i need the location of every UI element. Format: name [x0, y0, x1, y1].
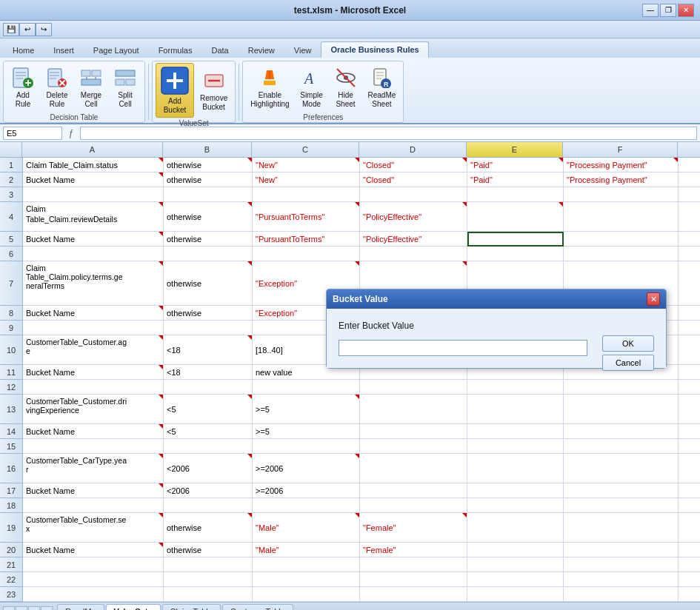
cell-16-f[interactable]	[564, 454, 679, 483]
cell-4-e[interactable]	[467, 202, 564, 232]
cell-7-a[interactable]: ClaimTable_Claim.policy.terms.generalTer…	[23, 261, 164, 306]
cell-21-d[interactable]	[360, 557, 467, 572]
cell-20-c[interactable]: "Male"	[253, 543, 360, 557]
cell-6-f[interactable]	[564, 247, 679, 261]
cell-16-b[interactable]: <2006	[164, 454, 253, 483]
tab-oracle-business-rules[interactable]: Oracle Business Rules	[321, 41, 428, 58]
cell-5-d[interactable]: "PolicyEffective"	[360, 232, 467, 247]
cell-13-a[interactable]: CustomerTable_Customer.drivingExperience	[23, 395, 164, 424]
cell-1-f[interactable]: "Processing Payment"	[564, 158, 679, 172]
cell-1-e[interactable]: "Paid"	[467, 158, 564, 172]
cell-22-f[interactable]	[564, 572, 679, 587]
cell-18-e[interactable]	[467, 498, 564, 513]
cell-14-d[interactable]	[360, 424, 467, 439]
cell-22-a[interactable]	[23, 572, 164, 587]
cell-20-d[interactable]: "Female"	[360, 543, 467, 557]
cell-13-d[interactable]	[360, 395, 467, 424]
cell-5-c[interactable]: "PursuantToTerms"	[253, 232, 360, 247]
cell-19-a[interactable]: CustomerTable_Customer.sex	[23, 513, 164, 543]
name-box[interactable]: E5	[3, 127, 62, 140]
row-header-5[interactable]: 5	[0, 232, 22, 247]
cell-21-b[interactable]	[164, 557, 253, 572]
row-header-8[interactable]: 8	[0, 306, 22, 321]
formula-input[interactable]	[80, 127, 697, 140]
col-header-f[interactable]: F	[563, 142, 678, 157]
cell-20-f[interactable]	[564, 543, 679, 557]
tab-nav-first[interactable]: ◀◀	[3, 606, 15, 610]
cell-20-a[interactable]: Bucket Name	[23, 543, 164, 557]
row-header-6[interactable]: 6	[0, 247, 22, 261]
simple-mode-button[interactable]: A SimpleMode	[296, 63, 328, 112]
row-header-2[interactable]: 2	[0, 172, 22, 187]
cell-11-a[interactable]: Bucket Name	[23, 365, 164, 380]
delete-rule-button[interactable]: DeleteRule	[41, 63, 73, 112]
col-header-e[interactable]: E	[467, 142, 563, 157]
cell-12-b[interactable]	[164, 380, 253, 395]
remove-bucket-button[interactable]: RemoveBucket	[196, 66, 232, 115]
cell-13-e[interactable]	[467, 395, 564, 424]
cell-4-a[interactable]: ClaimTable_Claim.reviewDetails	[23, 202, 164, 232]
cell-21-e[interactable]	[467, 557, 564, 572]
tab-home[interactable]: Home	[3, 42, 44, 58]
row-header-14[interactable]: 14	[0, 424, 22, 439]
cell-15-d[interactable]	[360, 439, 467, 454]
sheet-tab-readme[interactable]: ReadMe	[57, 604, 104, 610]
cell-17-c[interactable]: >=2006	[253, 483, 360, 498]
row-header-10[interactable]: 10	[0, 335, 22, 365]
save-quick-btn[interactable]: 💾	[3, 23, 19, 36]
cell-4-b[interactable]: otherwise	[164, 202, 253, 232]
cell-23-d[interactable]	[360, 587, 467, 602]
tab-insert[interactable]: Insert	[44, 42, 84, 58]
cell-8-b[interactable]: otherwise	[164, 306, 253, 321]
cell-18-b[interactable]	[164, 498, 253, 513]
cell-10-b[interactable]: <18	[164, 335, 253, 365]
cell-16-d[interactable]	[360, 454, 467, 483]
cell-17-e[interactable]	[467, 483, 564, 498]
cell-23-a[interactable]	[23, 587, 164, 602]
redo-quick-btn[interactable]: ↪	[36, 23, 52, 36]
tab-review[interactable]: Review	[239, 42, 284, 58]
row-header-4[interactable]: 4	[0, 202, 22, 232]
cell-13-b[interactable]: <5	[164, 395, 253, 424]
cell-2-d[interactable]: "Closed"	[360, 172, 467, 187]
cell-21-c[interactable]	[253, 557, 360, 572]
row-header-17[interactable]: 17	[0, 483, 22, 498]
bucket-value-input[interactable]	[339, 340, 587, 356]
tab-view[interactable]: View	[284, 42, 321, 58]
row-header-20[interactable]: 20	[0, 543, 22, 557]
cell-12-e[interactable]	[467, 380, 564, 395]
row-header-15[interactable]: 15	[0, 439, 22, 454]
row-header-16[interactable]: 16	[0, 454, 22, 483]
cell-5-e[interactable]	[467, 232, 564, 247]
cell-22-d[interactable]	[360, 572, 467, 587]
undo-quick-btn[interactable]: ↩	[19, 23, 36, 36]
cell-4-c[interactable]: "PursuantToTerms"	[253, 202, 360, 232]
cell-11-b[interactable]: <18	[164, 365, 253, 380]
col-header-c[interactable]: C	[252, 142, 359, 157]
cell-3-a[interactable]	[23, 187, 164, 202]
split-cell-button[interactable]: SplitCell	[109, 63, 141, 112]
hide-sheet-button[interactable]: HideSheet	[330, 63, 362, 112]
cell-23-e[interactable]	[467, 587, 564, 602]
cell-15-c[interactable]	[253, 439, 360, 454]
cell-20-e[interactable]	[467, 543, 564, 557]
cell-20-b[interactable]: otherwise	[164, 543, 253, 557]
cell-9-b[interactable]	[164, 321, 253, 335]
cell-17-d[interactable]	[360, 483, 467, 498]
cell-14-c[interactable]: >=5	[253, 424, 360, 439]
cell-19-b[interactable]: otherwise	[164, 513, 253, 543]
cell-15-f[interactable]	[564, 439, 679, 454]
row-header-3[interactable]: 3	[0, 187, 22, 202]
cell-2-e[interactable]: "Paid"	[467, 172, 564, 187]
cell-14-a[interactable]: Bucket Name	[23, 424, 164, 439]
row-header-9[interactable]: 9	[0, 321, 22, 335]
cell-4-d[interactable]: "PolicyEffective"	[360, 202, 467, 232]
cell-22-e[interactable]	[467, 572, 564, 587]
cell-22-c[interactable]	[253, 572, 360, 587]
cell-15-a[interactable]	[23, 439, 164, 454]
close-button[interactable]: ✕	[678, 4, 694, 17]
cell-5-f[interactable]	[564, 232, 679, 247]
cell-12-d[interactable]	[360, 380, 467, 395]
cell-10-a[interactable]: CustomerTable_Customer.age	[23, 335, 164, 365]
readme-sheet-button[interactable]: R ReadMeSheet	[364, 63, 401, 112]
